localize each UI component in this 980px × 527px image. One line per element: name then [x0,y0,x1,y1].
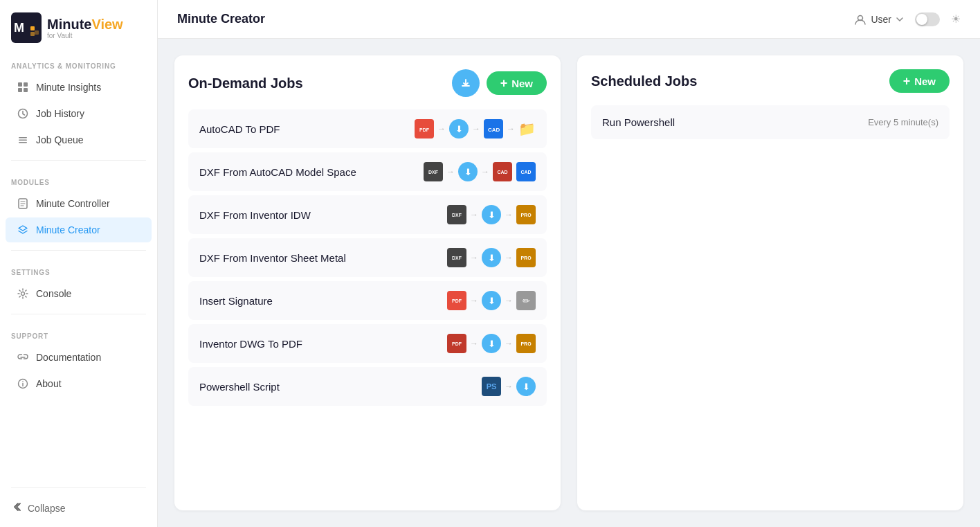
main-area: Minute Creator User ☀ On-Demand Jobs [158,0,980,527]
theme-toggle[interactable] [915,12,940,26]
job-row[interactable]: DXF From AutoCAD Model Space DXF → ⬇ → C… [188,152,547,191]
svg-text:CAD: CAD [488,127,500,133]
sidebar-bottom: Collapse [0,480,157,527]
settings-section-label: SETTINGS [0,258,157,280]
job-row[interactable]: DXF From Inventor Sheet Metal DXF → ⬇ → … [188,238,547,277]
download-circle-icon: ⬇ [482,334,501,353]
svg-rect-3 [30,32,35,36]
job-icons: DXF → ⬇ → CAD CAD [424,162,536,181]
arrow-icon: → [470,210,478,220]
logo-area: M MinuteView for Vault [0,0,157,51]
app-name: MinuteView [47,17,123,32]
arrow-icon: → [470,296,478,305]
svg-rect-4 [35,30,39,35]
on-demand-title: On-Demand Jobs [188,75,303,91]
topbar-right: User ☀ [854,12,961,26]
job-icons: PS → ⬇ [482,377,536,396]
inventor-pro-icon: PRO [516,334,536,353]
svg-point-16 [22,381,24,382]
info-icon [17,377,29,390]
job-name: DXF From Inventor Sheet Metal [199,252,346,264]
sign-icon: ✏ [516,291,536,310]
dxf-icon: DXF [447,205,466,224]
sidebar-item-minute-controller[interactable]: Minute Controller [6,191,152,216]
svg-rect-5 [18,82,22,87]
job-name: Powershell Script [199,381,280,393]
modules-section-label: MODULES [0,168,157,190]
scheduled-header: Scheduled Jobs + New [591,69,950,93]
sidebar: M MinuteView for Vault ANALYTICS & MONIT… [0,0,158,527]
plus-icon-scheduled: + [903,75,911,87]
job-icons: PDF → ⬇ → CAD → 📁 [415,119,536,139]
folder-icon: 📁 [518,120,536,137]
app-sub: for Vault [47,32,123,39]
svg-rect-12 [19,142,27,143]
svg-text:PDF: PDF [419,127,430,132]
scheduled-card: Scheduled Jobs + New Run Powershell Ever… [577,55,963,510]
sidebar-item-about[interactable]: About [6,371,152,396]
job-row[interactable]: AutoCAD To PDF PDF → ⬇ → CAD → 📁 [188,109,547,148]
sidebar-item-job-queue[interactable]: Job Queue [6,127,152,152]
job-row[interactable]: DXF From Inventor IDW DXF → ⬇ → PRO [188,195,547,234]
sidebar-item-documentation[interactable]: Documentation [6,345,152,370]
user-name: User [871,14,891,25]
gear-icon [17,287,29,300]
on-demand-new-button[interactable]: + New [487,71,547,95]
sidebar-item-minute-creator[interactable]: Minute Creator [6,217,152,242]
pdf-icon: PDF [447,291,466,310]
sidebar-label-documentation: Documentation [36,352,101,363]
topbar: Minute Creator User ☀ [158,0,980,39]
scheduled-new-button[interactable]: + New [889,69,950,93]
download-button[interactable] [452,69,480,97]
collapse-label: Collapse [28,503,65,514]
sun-icon: ☀ [951,12,961,26]
sidebar-label-console: Console [36,288,71,299]
scheduled-row[interactable]: Run Powershell Every 5 minute(s) [591,105,950,139]
link-icon [17,351,29,364]
plus-icon-on-demand: + [500,77,508,89]
sidebar-label-minute-controller: Minute Controller [36,198,110,209]
download-icon [461,78,471,88]
svg-rect-2 [30,26,35,30]
content-area: On-Demand Jobs + New AutoCAD To PDF [158,39,980,527]
pdf-icon-red: PDF [447,334,466,353]
svg-rect-10 [19,137,27,139]
sidebar-label-job-queue: Job Queue [36,134,84,145]
arrow-icon: → [446,167,455,177]
download-circle-icon: ⬇ [482,248,501,267]
sidebar-item-job-history[interactable]: Job History [6,101,152,126]
download-circle-icon: ⬇ [516,377,536,396]
toggle-knob [916,14,927,25]
job-name: DXF From Inventor IDW [199,209,311,221]
user-menu[interactable]: User [854,13,904,26]
job-row[interactable]: Powershell Script PS → ⬇ [188,367,547,406]
divider-4 [11,487,146,488]
job-row[interactable]: Inventor DWG To PDF PDF → ⬇ → PRO [188,324,547,363]
job-name: AutoCAD To PDF [199,123,280,135]
scheduled-new-label: New [914,75,936,87]
job-icons: DXF → ⬇ → PRO [447,248,536,267]
download-circle-icon: ⬇ [482,291,501,310]
arrow-icon: → [507,124,515,134]
on-demand-job-list: AutoCAD To PDF PDF → ⬇ → CAD → 📁 [188,109,547,410]
scheduled-actions: + New [889,69,950,93]
scheduled-job-frequency: Every 5 minute(s) [868,117,938,127]
job-icons: DXF → ⬇ → PRO [447,205,536,224]
sidebar-item-minute-insights[interactable]: Minute Insights [6,75,152,100]
layers-icon [17,224,29,236]
inventor-pro-icon: PRO [516,248,536,267]
sidebar-item-console[interactable]: Console [6,281,152,306]
scheduled-title: Scheduled Jobs [591,73,697,89]
svg-rect-11 [19,140,27,141]
dxf-icon: DXF [447,248,466,267]
pdf-icon: PDF [415,119,434,139]
svg-text:M: M [14,21,24,35]
autocad-icon: CAD [484,119,503,139]
grid-icon [17,81,29,93]
inventor-pro-icon: PRO [516,205,536,224]
cad-icon-2: CAD [516,162,536,181]
job-row[interactable]: Insert Signature PDF → ⬇ → ✏ [188,281,547,320]
on-demand-actions: + New [452,69,547,97]
collapse-button[interactable]: Collapse [0,494,157,521]
svg-rect-6 [24,82,28,87]
